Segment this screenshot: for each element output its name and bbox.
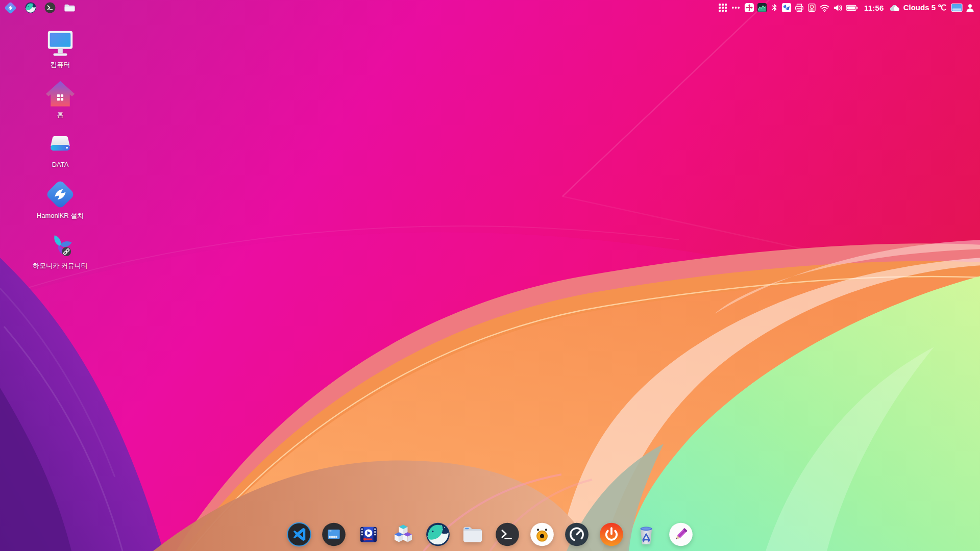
hamonikr-menu-button[interactable] bbox=[4, 1, 17, 15]
hamonika-community-icon bbox=[45, 230, 76, 260]
overflow-menu-icon bbox=[731, 6, 740, 9]
printer-icon bbox=[794, 3, 804, 13]
desktop-icon-label: 홈 bbox=[57, 111, 64, 118]
dock-trash-launcher[interactable] bbox=[633, 521, 659, 547]
text-editor-icon bbox=[668, 521, 694, 547]
hamonikr-installer-icon bbox=[44, 179, 76, 210]
system-optimizer-icon bbox=[564, 521, 590, 547]
bluetooth-icon bbox=[770, 3, 779, 13]
files-launcher[interactable] bbox=[63, 2, 76, 14]
desktop-icon-label: 컴퓨터 bbox=[51, 61, 70, 68]
desktop-icon-column: 컴퓨터 홈 bbox=[28, 28, 93, 269]
volume-button[interactable] bbox=[832, 1, 843, 14]
v3-security-button[interactable] bbox=[781, 1, 792, 14]
vscode-icon bbox=[286, 521, 312, 547]
weather-applet[interactable]: Clouds 5 ℃ bbox=[889, 3, 946, 12]
app-grid-icon bbox=[718, 3, 727, 12]
power-icon bbox=[599, 521, 625, 547]
wifi-icon bbox=[819, 3, 830, 13]
terminal-icon bbox=[44, 2, 56, 14]
whale-browser-icon bbox=[425, 521, 451, 547]
desktop-icon-computer[interactable]: 컴퓨터 bbox=[28, 28, 93, 68]
wallpaper bbox=[0, 0, 980, 551]
hard-drive-icon bbox=[45, 129, 76, 159]
dock-power-button[interactable] bbox=[599, 521, 625, 547]
dock-video-player-launcher[interactable] bbox=[356, 521, 382, 547]
move-window-button[interactable] bbox=[744, 1, 754, 14]
desktop-icon-data[interactable]: DATA bbox=[28, 129, 93, 168]
top-panel: 11:56 Clouds 5 ℃ bbox=[0, 0, 980, 15]
file-manager-icon bbox=[460, 521, 486, 547]
file-manager-icon bbox=[63, 2, 76, 14]
system-tray: 11:56 Clouds 5 ℃ bbox=[718, 1, 975, 14]
move-window-icon bbox=[744, 3, 754, 13]
dock-display-settings-launcher[interactable] bbox=[321, 521, 347, 547]
card-reader-icon bbox=[807, 3, 817, 13]
desktop: 11:56 Clouds 5 ℃ bbox=[0, 0, 980, 551]
app-grid-button[interactable] bbox=[718, 1, 727, 14]
v3-security-icon bbox=[781, 3, 792, 13]
printer-button[interactable] bbox=[794, 1, 804, 14]
bluetooth-button[interactable] bbox=[770, 1, 779, 14]
dock-terminal-launcher[interactable] bbox=[495, 521, 521, 547]
trash-icon bbox=[633, 521, 659, 547]
battery-icon bbox=[846, 4, 858, 12]
dock-system-optimizer-launcher[interactable] bbox=[564, 521, 590, 547]
dock-owl-face-app-launcher[interactable] bbox=[529, 521, 555, 547]
desktop-icon-label: HamoniKR 설치 bbox=[37, 212, 84, 219]
desktop-icon-hamonika-community[interactable]: 하모니카 커뮤니티 bbox=[28, 230, 93, 269]
whale-browser-icon bbox=[24, 2, 37, 14]
terminal-launcher[interactable] bbox=[44, 2, 56, 14]
owl-face-app-icon bbox=[529, 521, 555, 547]
clock[interactable]: 11:56 bbox=[864, 4, 884, 12]
keyboard-layout-icon bbox=[951, 3, 963, 12]
home-icon bbox=[45, 79, 76, 109]
user-icon bbox=[965, 3, 975, 13]
user-menu-button[interactable] bbox=[965, 1, 975, 14]
software-center-icon bbox=[390, 521, 416, 547]
system-monitor-tray-button[interactable] bbox=[757, 1, 767, 14]
panel-launchers bbox=[4, 1, 76, 15]
keyboard-layout-button[interactable] bbox=[951, 1, 963, 14]
desktop-icon-hamonikr-install[interactable]: HamoniKR 설치 bbox=[28, 179, 93, 219]
wifi-button[interactable] bbox=[819, 1, 830, 14]
dock-whale-browser-launcher[interactable] bbox=[425, 521, 451, 547]
display-settings-icon bbox=[321, 521, 347, 547]
card-reader-button[interactable] bbox=[807, 1, 817, 14]
dock-vscode-launcher[interactable] bbox=[286, 521, 312, 547]
dock bbox=[286, 521, 694, 547]
desktop-icon-home[interactable]: 홈 bbox=[28, 79, 93, 118]
video-player-icon bbox=[356, 521, 382, 547]
desktop-icon-label: 하모니카 커뮤니티 bbox=[33, 262, 88, 269]
volume-icon bbox=[832, 3, 843, 13]
overflow-menu-button[interactable] bbox=[731, 1, 740, 14]
terminal-icon bbox=[495, 521, 521, 547]
desktop-icon-label: DATA bbox=[52, 161, 69, 168]
system-monitor-icon bbox=[757, 3, 767, 13]
weather-text: Clouds 5 ℃ bbox=[903, 3, 946, 12]
hamonikr-menu-icon bbox=[4, 1, 17, 15]
dock-file-manager-launcher[interactable] bbox=[460, 521, 486, 547]
whale-browser-launcher[interactable] bbox=[24, 2, 37, 14]
dock-text-editor-launcher[interactable] bbox=[668, 521, 694, 547]
dock-software-center-launcher[interactable] bbox=[390, 521, 416, 547]
computer-icon bbox=[44, 28, 76, 59]
cloud-icon bbox=[889, 4, 901, 12]
battery-button[interactable] bbox=[846, 1, 858, 14]
